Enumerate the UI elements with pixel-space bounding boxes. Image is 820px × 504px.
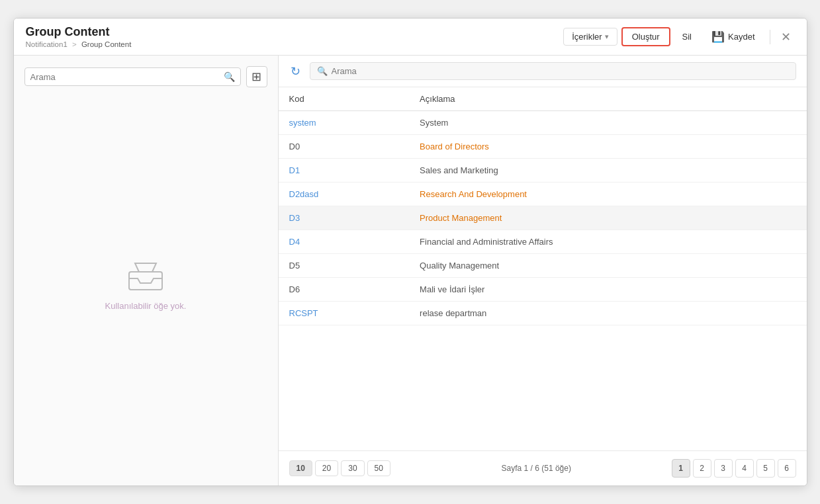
page-number[interactable]: 5 [756, 459, 775, 478]
page-number[interactable]: 1 [672, 459, 690, 478]
save-icon: 💾 [711, 30, 725, 43]
svg-rect-0 [129, 272, 162, 290]
empty-icon [126, 260, 165, 293]
col-header-kod: Kod [279, 87, 410, 111]
empty-state: Kullanılabilir öğe yok. [24, 95, 267, 475]
search-icon: 🔍 [224, 71, 235, 82]
table-row[interactable]: D6Mali ve İdari İşler [279, 278, 807, 302]
table-row[interactable]: RCSPTrelase departman [279, 302, 807, 325]
breadcrumb-current: Group Content [81, 40, 131, 48]
code-cell: D3 [279, 206, 410, 230]
code-cell: D2dasd [279, 183, 410, 206]
body: 🔍 ⊞ Kullanılabilir öğe yok. [14, 56, 807, 485]
close-button[interactable]: ✕ [777, 28, 795, 46]
page-size-buttons: 10203050 [289, 460, 390, 476]
header-actions: İçerikler ▾ Oluştur Sil 💾 Kaydet ✕ [563, 27, 794, 46]
left-panel: 🔍 ⊞ Kullanılabilir öğe yok. [14, 56, 279, 485]
desc-cell: relase departman [409, 302, 806, 325]
left-search-input[interactable] [30, 72, 224, 82]
page-size-button[interactable]: 30 [341, 460, 364, 476]
refresh-button[interactable]: ↻ [289, 63, 302, 80]
page-number[interactable]: 3 [714, 459, 733, 478]
page-size-button[interactable]: 50 [367, 460, 390, 476]
kaydet-button[interactable]: 💾 Kaydet [704, 27, 762, 46]
empty-text: Kullanılabilir öğe yok. [105, 301, 187, 311]
add-button[interactable]: ⊞ [246, 66, 267, 87]
table-row[interactable]: D1Sales and Marketing [279, 159, 807, 183]
olustur-button[interactable]: Oluştur [621, 27, 670, 46]
page-size-button[interactable]: 10 [289, 460, 312, 476]
breadcrumb: Notification1 > Group Content [26, 40, 564, 48]
icerikler-button[interactable]: İçerikler ▾ [563, 28, 617, 46]
page-number[interactable]: 4 [735, 459, 754, 478]
page-number[interactable]: 2 [693, 459, 711, 478]
right-panel: ↻ 🔍 Kod Açıklama systemSystemD [279, 56, 807, 485]
desc-cell: Quality Management [409, 254, 806, 278]
code-cell: D5 [279, 254, 410, 278]
code-cell: RCSPT [279, 302, 410, 325]
table-row[interactable]: D2dasdResearch And Development [279, 183, 807, 206]
main-window: Group Content Notification1 > Group Cont… [13, 18, 807, 487]
right-toolbar: ↻ 🔍 [279, 56, 807, 87]
plus-icon: ⊞ [251, 69, 261, 84]
table-header-row: Kod Açıklama [279, 87, 807, 111]
icerikler-label: İçerikler [572, 32, 602, 42]
right-search-box[interactable]: 🔍 [310, 62, 796, 80]
code-cell: system [279, 111, 410, 135]
header-divider [770, 30, 770, 44]
pagination: 10203050 Sayfa 1 / 6 (51 öğe) 123456 [279, 450, 807, 485]
left-search-row: 🔍 ⊞ [24, 66, 267, 87]
content-table: Kod Açıklama systemSystemD0Board of Dire… [279, 87, 807, 325]
table-row[interactable]: D3Product Management [279, 206, 807, 230]
right-search-icon: 🔍 [317, 66, 328, 76]
desc-cell: System [409, 111, 806, 135]
table-body: systemSystemD0Board of DirectorsD1Sales … [279, 111, 807, 325]
desc-cell: Board of Directors [409, 135, 806, 159]
kaydet-label: Kaydet [728, 32, 754, 42]
desc-cell: Mali ve İdari İşler [409, 278, 806, 302]
chevron-down-icon: ▾ [605, 32, 609, 41]
page-title: Group Content [26, 25, 564, 40]
table-row[interactable]: systemSystem [279, 111, 807, 135]
right-search-input[interactable] [332, 66, 789, 76]
desc-cell: Product Management [409, 206, 806, 230]
desc-cell: Sales and Marketing [409, 159, 806, 183]
code-cell: D4 [279, 230, 410, 254]
page-size-button[interactable]: 20 [315, 460, 338, 476]
header: Group Content Notification1 > Group Cont… [14, 19, 807, 56]
header-left: Group Content Notification1 > Group Cont… [26, 25, 564, 49]
left-search-box[interactable]: 🔍 [24, 67, 241, 86]
desc-cell: Research And Development [409, 183, 806, 206]
desc-cell: Financial and Administrative Affairs [409, 230, 806, 254]
sil-label: Sil [682, 32, 692, 42]
olustur-label: Oluştur [632, 32, 660, 42]
col-header-aciklama: Açıklama [409, 87, 806, 111]
breadcrumb-separator: > [72, 40, 77, 48]
breadcrumb-parent[interactable]: Notification1 [26, 40, 68, 48]
page-number[interactable]: 6 [778, 459, 796, 478]
code-cell: D6 [279, 278, 410, 302]
table-row[interactable]: D0Board of Directors [279, 135, 807, 159]
table-area: Kod Açıklama systemSystemD0Board of Dire… [279, 87, 807, 450]
refresh-icon: ↻ [291, 64, 300, 79]
code-cell: D0 [279, 135, 410, 159]
page-numbers: 123456 [672, 459, 796, 478]
inbox-icon [126, 260, 165, 293]
sil-button[interactable]: Sil [674, 28, 700, 45]
table-row[interactable]: D5Quality Management [279, 254, 807, 278]
page-info: Sayfa 1 / 6 (51 öğe) [401, 464, 672, 473]
table-row[interactable]: D4Financial and Administrative Affairs [279, 230, 807, 254]
code-cell: D1 [279, 159, 410, 183]
